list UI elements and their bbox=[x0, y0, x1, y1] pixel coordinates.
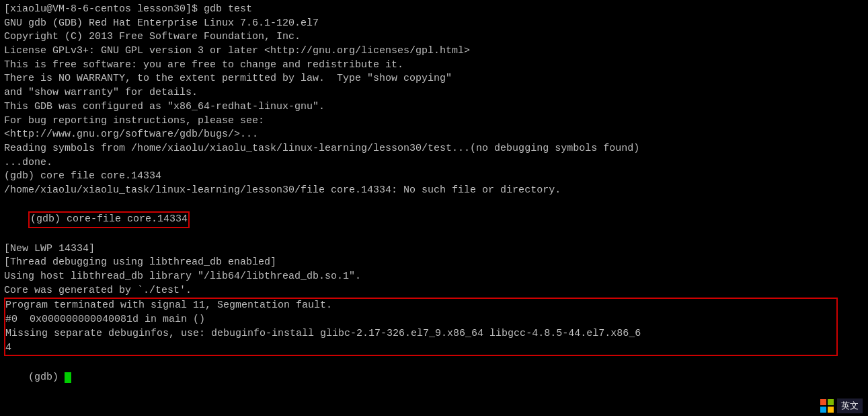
segfault-line: Program terminated with signal 11, Segme… bbox=[5, 299, 836, 313]
prompt-line[interactable]: (gdb) bbox=[4, 357, 864, 398]
debuginfo-line-cont: 4 bbox=[5, 341, 836, 355]
taskbar-area: 英文 bbox=[820, 398, 863, 413]
terminal-line: License GPLv3+: GNU GPL version 3 or lat… bbox=[4, 44, 864, 59]
svg-rect-3 bbox=[828, 407, 834, 413]
terminal-line: This GDB was configured as "x86_64-redha… bbox=[4, 100, 864, 114]
terminal-line: Using host libthread_db library "/lib64/… bbox=[4, 270, 864, 284]
debuginfo-line: Missing separate debuginfos, use: debugi… bbox=[5, 327, 836, 341]
terminal-line: /home/xiaolu/xiaolu_task/linux-learning/… bbox=[4, 184, 864, 198]
terminal-line: For bug reporting instructions, please s… bbox=[4, 114, 864, 129]
red-box-command: (gdb) core-file core.14334 bbox=[28, 211, 190, 228]
terminal-line: [New LWP 14334] bbox=[4, 242, 864, 256]
terminal-line: Copyright (C) 2013 Free Software Foundat… bbox=[4, 30, 864, 44]
terminal-line: [xiaolu@VM-8-6-centos lesson30]$ gdb tes… bbox=[4, 3, 864, 17]
prompt-text: (gdb) bbox=[28, 372, 65, 383]
svg-rect-1 bbox=[828, 399, 834, 405]
terminal-line: Core was generated by `./test'. bbox=[4, 284, 864, 298]
cursor-block bbox=[65, 372, 71, 383]
terminal-line: <http://www.gnu.org/software/gdb/bugs/>.… bbox=[4, 128, 864, 142]
terminal-line: There is NO WARRANTY, to the extent perm… bbox=[4, 72, 864, 86]
terminal-line: (gdb) core file core.14334 bbox=[4, 170, 864, 184]
terminal-line: ...done. bbox=[4, 156, 864, 170]
highlighted-command-line: (gdb) core-file core.14334 bbox=[4, 198, 864, 242]
terminal-line: Reading symbols from /home/xiaolu/xiaolu… bbox=[4, 142, 864, 156]
terminal-line: GNU gdb (GDB) Red Hat Enterprise Linux 7… bbox=[4, 17, 864, 31]
red-block-section: Program terminated with signal 11, Segme… bbox=[4, 298, 838, 356]
frame-line: #0 0x000000000040081d in main () bbox=[5, 313, 836, 327]
terminal-line: and "show warranty" for details. bbox=[4, 86, 864, 100]
svg-rect-0 bbox=[820, 399, 826, 405]
terminal-line: [Thread debugging using libthread_db ena… bbox=[4, 256, 864, 270]
terminal-window: [xiaolu@VM-8-6-centos lesson30]$ gdb tes… bbox=[0, 0, 868, 416]
svg-rect-2 bbox=[820, 407, 826, 413]
terminal-line: This is free software: you are free to c… bbox=[4, 59, 864, 73]
language-indicator[interactable]: 英文 bbox=[837, 398, 863, 413]
windows-icon bbox=[820, 398, 834, 413]
